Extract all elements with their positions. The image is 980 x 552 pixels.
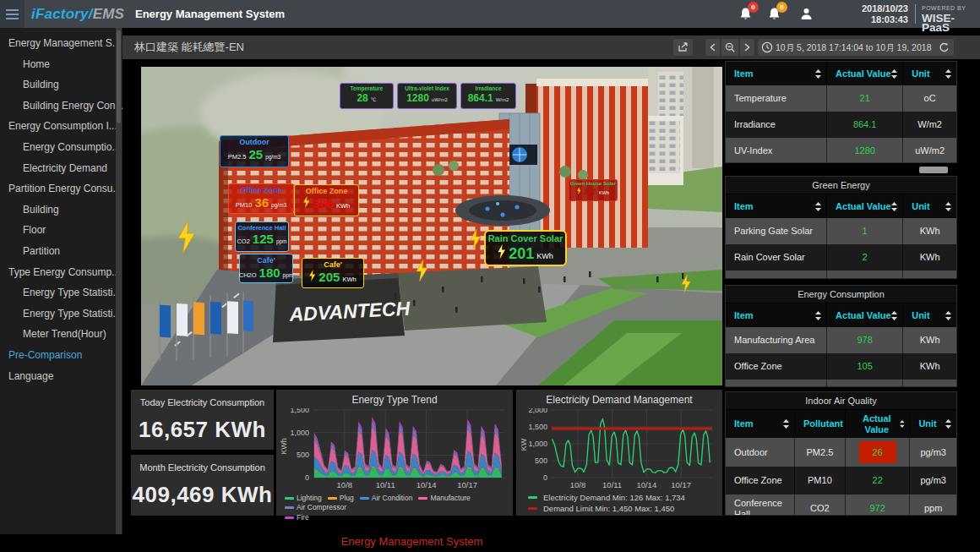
table-row: Parking Gate Solar1KWh xyxy=(726,218,956,244)
table-cell: oC xyxy=(903,85,956,112)
svg-text:500: 500 xyxy=(297,451,309,459)
overlay-cafe-ch2o: Cafe' CH2O180ppm xyxy=(239,254,293,283)
table-cell: 972 xyxy=(846,495,910,516)
column-header[interactable]: Actual Value xyxy=(846,410,910,438)
sort-icon xyxy=(891,311,897,320)
sort-icon xyxy=(945,202,951,211)
column-header[interactable]: Item xyxy=(726,410,795,438)
sidebar-item-pre-comparison[interactable]: Pre-Comparison xyxy=(0,345,122,366)
top-bar: iFactory/EMS Energy Management System 0 … xyxy=(0,0,980,28)
user-icon[interactable] xyxy=(799,7,814,21)
table-row: Conference Hall95KWh xyxy=(726,380,956,387)
share-icon xyxy=(678,42,689,52)
lightning-icon xyxy=(309,270,316,281)
sidebar-item-meter-trend-hour[interactable]: Meter Trend(Hour) xyxy=(0,324,122,345)
sidebar-item-energy-type-statisti[interactable]: Energy Type Statisti... xyxy=(0,303,122,325)
legend-item[interactable]: Fire xyxy=(285,513,309,522)
stat-title: Month Electricity Consumption xyxy=(131,455,274,473)
sidebar-item-electricity-demand[interactable]: Electricity Demand xyxy=(0,158,122,179)
sidebar-nav: Energy Management S...HomeBuildingBuildi… xyxy=(0,28,122,534)
refresh-button[interactable] xyxy=(934,39,954,56)
table-header-row: ItemActual ValueUnit xyxy=(726,303,956,327)
energy-consumption-table: Energy ConsumptionItemActual ValueUnitMa… xyxy=(725,285,957,387)
svg-text:1,500: 1,500 xyxy=(528,423,547,431)
column-header[interactable]: Unit xyxy=(910,410,956,438)
table-cell: Conference Hall xyxy=(726,380,827,387)
column-header[interactable]: Actual Value xyxy=(827,194,903,218)
sidebar-item-building[interactable]: Building xyxy=(0,74,122,96)
sidebar-item-type-energy-consump[interactable]: Type Energy Consump... xyxy=(0,262,122,283)
share-button[interactable] xyxy=(673,39,693,56)
sidebar-item-floor[interactable]: Floor xyxy=(0,220,122,241)
zoom-out-button[interactable] xyxy=(721,39,738,56)
column-header[interactable]: Item xyxy=(726,303,827,327)
legend-item[interactable]: Manufacture xyxy=(418,494,470,502)
sidebar-item-partition[interactable]: Partition xyxy=(0,241,122,262)
lightning-icon xyxy=(498,244,506,259)
legend-item[interactable]: Lighting xyxy=(285,494,322,502)
sidebar-item-partition-energy-consu[interactable]: Partition Energy Consu... xyxy=(0,178,122,199)
table-title: Indoor Air Quality xyxy=(726,392,956,410)
legend-item[interactable]: Electricity Demand Min: 126 Max: 1,734 xyxy=(528,492,685,503)
sort-icon xyxy=(900,419,905,429)
sort-icon xyxy=(815,69,821,79)
table-title: Energy Consumption xyxy=(726,286,956,303)
column-header[interactable]: Actual Value xyxy=(827,303,903,327)
time-range-picker[interactable]: 10月 5, 2018 17:14:04 to 10月 19, 2018 17:… xyxy=(758,39,948,56)
sort-icon xyxy=(945,69,951,79)
table-cell: KWh xyxy=(903,271,956,279)
sidebar-item-energy-management-s[interactable]: Energy Management S... xyxy=(0,33,122,54)
column-header[interactable]: Item xyxy=(726,62,827,85)
sidebar-item-energy-consumption-i[interactable]: Energy Consumption I... xyxy=(0,116,122,137)
svg-text:10/11: 10/11 xyxy=(376,480,395,489)
table-scrollbar[interactable] xyxy=(919,167,948,173)
column-header[interactable]: Unit xyxy=(903,194,956,218)
table-row: Office ZonePM1022pg/m3 xyxy=(726,467,956,495)
table-cell: 22 xyxy=(846,467,910,495)
sort-icon xyxy=(815,202,821,211)
sidebar-scrollbar-thumb[interactable] xyxy=(117,30,121,123)
energy-type-trend-chart: 05001,0001,50010/810/1110/1410/17 xyxy=(281,408,508,496)
table-row: Manufacturing Area978KWh xyxy=(726,327,956,353)
table-cell: KWh xyxy=(903,380,956,387)
table-cell: CO2 xyxy=(795,495,846,516)
sort-icon xyxy=(783,419,789,429)
sidebar-item-energy-type-statisti[interactable]: Energy Type Statisti... xyxy=(0,282,122,303)
current-date: 2018/10/23 xyxy=(832,3,908,14)
logo-primary: iFactory/ xyxy=(31,6,93,22)
legend-item[interactable]: Air Condition xyxy=(360,494,413,502)
table-cell: 864.1 xyxy=(827,112,903,138)
sidebar-item-building[interactable]: Building xyxy=(0,199,122,221)
menu-toggle-button[interactable] xyxy=(0,0,24,28)
sidebar-item-language[interactable]: Language xyxy=(0,366,122,387)
legend-item[interactable]: Plug xyxy=(328,494,354,502)
sort-icon xyxy=(945,419,951,429)
column-header[interactable]: Item xyxy=(726,194,827,218)
sidebar-item-energy-consumptio[interactable]: Energy Consumptio... xyxy=(0,137,122,158)
column-header[interactable]: Unit xyxy=(903,303,956,327)
alert-value: 26 xyxy=(859,441,896,463)
today-consumption-card: Today Electricity Consumption 16,657 KWh xyxy=(131,390,274,450)
clock-icon xyxy=(761,41,773,53)
legend-item[interactable]: Air Compressor xyxy=(285,503,346,511)
svg-text:10/14: 10/14 xyxy=(416,480,437,489)
table-cell: pg/m3 xyxy=(910,467,956,495)
column-header[interactable]: Pollutant xyxy=(795,410,846,438)
sidebar-item-home[interactable]: Home xyxy=(0,54,122,75)
table-cell: 2 xyxy=(827,244,903,271)
column-header[interactable]: Actual Value xyxy=(827,62,903,85)
chevron-left-icon xyxy=(710,43,716,52)
time-back-button[interactable] xyxy=(705,39,720,56)
legend-item[interactable]: Demand Limit Min: 1,450 Max: 1,450 xyxy=(528,503,685,514)
column-header[interactable]: Unit xyxy=(903,62,956,85)
table-cell: pg/m3 xyxy=(910,438,956,466)
table-cell: ppm xyxy=(910,495,956,516)
sidebar-item-building-energy-con[interactable]: Building Energy Con... xyxy=(0,96,122,117)
table-cell: Rain Cover Solar xyxy=(726,244,827,271)
stat-value: 409,469 KWh xyxy=(131,482,274,508)
table-cell: 26 xyxy=(846,438,910,466)
time-forward-button[interactable] xyxy=(740,39,754,56)
overlay-rain-cover-solar: Rain Cover Solar 201KWh xyxy=(484,230,567,266)
lightning-icon xyxy=(577,187,581,194)
table-cell: PM2.5 xyxy=(795,438,846,466)
